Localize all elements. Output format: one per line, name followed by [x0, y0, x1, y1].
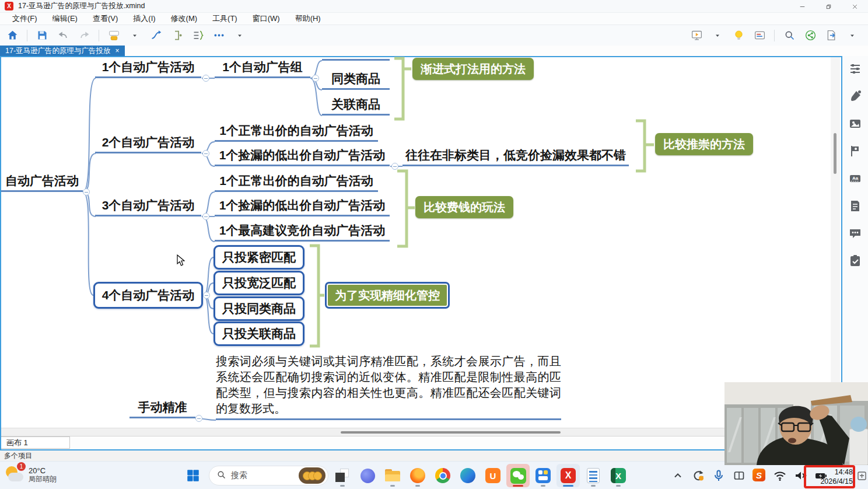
collapse-button-4[interactable] — [391, 163, 398, 170]
magnifier-icon[interactable] — [783, 29, 796, 42]
collapse-button-6[interactable] — [203, 292, 210, 299]
restore-button[interactable] — [816, 0, 842, 13]
bulb-icon[interactable] — [732, 29, 745, 42]
topic-b3c2[interactable]: 1个捡漏的低出价自动广告活动 — [215, 197, 390, 216]
sidebar-task-icon[interactable] — [848, 254, 862, 268]
topic-b4[interactable]: 4个自动广告活动 — [93, 282, 203, 309]
taskbar-app-copilot[interactable] — [356, 464, 379, 487]
topic-s2[interactable]: 比较推崇的方法 — [655, 133, 753, 155]
sidebar-brush-icon[interactable] — [848, 89, 862, 103]
menu-item-7[interactable]: 帮助(H) — [288, 13, 328, 24]
export-icon[interactable] — [825, 29, 838, 42]
sidebar-flag-icon[interactable] — [848, 144, 862, 158]
menu-item-0[interactable]: 文件(F) — [5, 13, 45, 24]
close-button[interactable] — [842, 0, 868, 13]
horizontal-scrollbar-thumb[interactable] — [341, 431, 561, 434]
save-icon[interactable] — [36, 29, 48, 42]
home-icon[interactable] — [6, 29, 19, 42]
menu-item-2[interactable]: 查看(V) — [85, 13, 125, 24]
share-icon[interactable] — [804, 29, 817, 42]
taskbar-app-notes[interactable] — [582, 464, 605, 487]
collapse-button-1[interactable] — [202, 75, 209, 82]
undo-icon[interactable] — [57, 29, 69, 42]
vertical-scrollbar-thumb[interactable] — [834, 133, 836, 174]
sheet-tab-canvas1[interactable]: 画布 1 — [1, 436, 70, 449]
topic-root[interactable]: 自动广告活动 — [1, 173, 83, 192]
tray-device-icon[interactable] — [732, 469, 746, 483]
start-button[interactable] — [184, 466, 202, 485]
taskbar-app-tencent[interactable] — [531, 464, 555, 487]
taskbar-app-wechat[interactable] — [506, 464, 530, 487]
topic-b4c2[interactable]: 只投宽泛匹配 — [214, 271, 304, 295]
collapse-button-3[interactable] — [202, 150, 209, 157]
topic-b3[interactable]: 3个自动广告活动 — [95, 197, 201, 216]
topic-g2[interactable]: 同类商品 — [322, 71, 390, 90]
sidebar-image-icon[interactable] — [848, 117, 862, 131]
taskbar-search-box[interactable]: 搜索 — [209, 466, 328, 485]
menu-item-1[interactable]: 编辑(E) — [45, 13, 85, 24]
topic-b1c1[interactable]: 1个自动广告组 — [215, 59, 310, 78]
caret-icon[interactable] — [846, 29, 859, 42]
tray-ime-icon[interactable] — [858, 470, 867, 482]
topic-b2c1[interactable]: 1个正常出价的自动广告活动 — [215, 123, 378, 142]
present-icon[interactable] — [690, 29, 703, 42]
taskbar-app-excel[interactable]: X — [607, 464, 630, 487]
tray-wifi-icon[interactable] — [773, 469, 787, 483]
outline-icon[interactable] — [191, 29, 204, 42]
tab-close-icon[interactable]: × — [116, 47, 120, 55]
document-tab[interactable]: 17-亚马逊广告的原理与广告投放 × — [0, 46, 125, 56]
sidebar-note-icon[interactable] — [848, 199, 862, 213]
topic-b1[interactable]: 1个自动广告活动 — [95, 59, 201, 78]
taskbar-app-uc[interactable]: U — [481, 464, 505, 487]
summary-icon[interactable] — [170, 29, 183, 42]
taskbar-app-xmind[interactable]: X — [556, 464, 580, 487]
topic-g1[interactable]: 宽泛匹配 — [322, 56, 390, 61]
caret-icon[interactable] — [711, 29, 724, 42]
redo-icon[interactable] — [78, 29, 90, 42]
tray-sync-icon[interactable] — [691, 469, 705, 483]
slides-icon[interactable] — [753, 29, 766, 42]
tray-chevron-icon[interactable] — [671, 469, 685, 483]
topic-para[interactable]: 搜索词必须与关键词或其词序精准匹配，系统才会展示广告，而且系统还会匹配确切搜索词… — [216, 354, 561, 420]
topic-b3c1[interactable]: 1个正常出价的自动广告活动 — [215, 173, 378, 192]
caret-icon[interactable] — [233, 29, 246, 42]
topic-manual[interactable]: 手动精准 — [130, 399, 195, 418]
search-highlight-icon[interactable] — [299, 467, 326, 484]
taskbar-app-explorer[interactable] — [381, 464, 404, 487]
topic-b3c3[interactable]: 1个最高建议竞价自动广告活动 — [215, 222, 390, 242]
topic-b2c2[interactable]: 1个捡漏的低出价自动广告活动 — [215, 147, 390, 166]
topic-b4c4[interactable]: 只投关联商品 — [214, 322, 304, 346]
topic-b4c1[interactable]: 只投紧密匹配 — [214, 245, 304, 270]
topic-b4c3[interactable]: 只投同类商品 — [214, 296, 304, 321]
topic-s4[interactable]: 为了实现精细化管控 — [325, 282, 450, 309]
caret-icon[interactable] — [128, 29, 141, 42]
sidebar-comment-icon[interactable] — [848, 226, 862, 240]
taskbar-weather-widget[interactable]: 1 20°C 局部晴朗 — [5, 464, 57, 484]
menu-item-6[interactable]: 窗口(W) — [245, 13, 288, 24]
sidebar-structure-icon[interactable] — [848, 62, 862, 76]
topic-g3[interactable]: 关联商品 — [322, 96, 390, 116]
taskbar-app-chrome[interactable] — [431, 464, 454, 487]
taskbar-app-firefox[interactable] — [406, 464, 429, 487]
topic-s1[interactable]: 渐进式打法用的方法 — [412, 58, 534, 80]
tray-sogou-icon[interactable]: S — [752, 469, 766, 483]
mindmap-canvas[interactable]: 自动广告活动1个自动广告活动1个自动广告组宽泛匹配同类商品关联商品渐进式打法用的… — [0, 56, 842, 450]
collapse-button-5[interactable] — [202, 213, 209, 220]
menu-item-3[interactable]: 插入(I) — [125, 13, 163, 24]
menu-item-5[interactable]: 工具(T) — [205, 13, 245, 24]
collapse-button-2[interactable] — [312, 75, 319, 82]
topic-s3[interactable]: 比较费钱的玩法 — [415, 196, 513, 218]
collapse-button-0[interactable] — [83, 188, 90, 195]
taskbar-app-notepad[interactable] — [331, 464, 354, 487]
collapse-button-7[interactable] — [195, 415, 202, 422]
taskbar-app-edge[interactable] — [456, 464, 480, 487]
vertical-scrollbar-track[interactable] — [831, 57, 840, 427]
more-icon[interactable] — [212, 29, 225, 42]
relationship-icon[interactable] — [149, 29, 162, 42]
sidebar-label-icon[interactable]: Aa — [848, 172, 862, 186]
topic-b2n[interactable]: 往往在非标类目，低竞价捡漏效果都不错 — [402, 147, 629, 166]
tray-mic-icon[interactable] — [712, 469, 726, 483]
menu-item-4[interactable]: 修改(M) — [163, 13, 205, 24]
topic-b2[interactable]: 2个自动广告活动 — [95, 134, 201, 153]
minimize-button[interactable] — [789, 0, 816, 13]
